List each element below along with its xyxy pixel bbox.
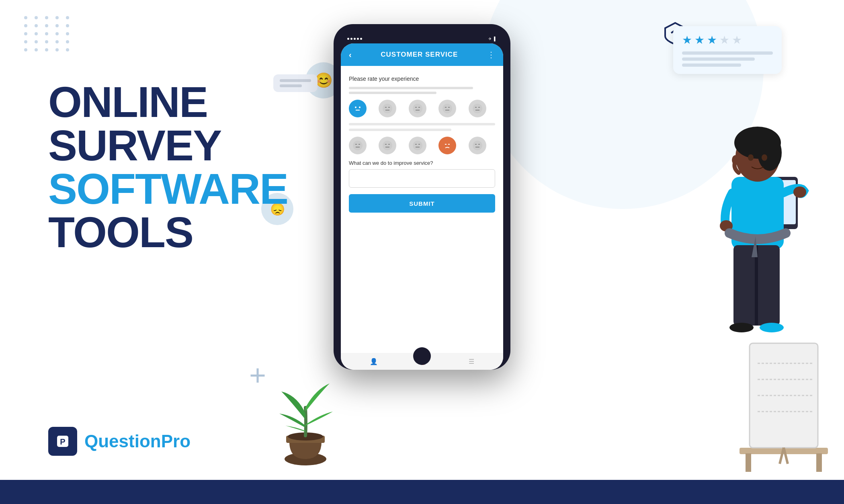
svg-point-7 bbox=[383, 104, 392, 113]
phone-mockup: ✈ ▌ ‹ CUSTOMER SERVICE ⋮ Please rate you… bbox=[334, 24, 510, 370]
svg-point-49 bbox=[762, 154, 767, 161]
hero-line1: ONLINE SURVEY bbox=[48, 80, 322, 167]
header-title: CUSTOMER SERVICE bbox=[356, 51, 482, 59]
emoji-4[interactable] bbox=[438, 100, 456, 117]
svg-point-15 bbox=[442, 104, 452, 113]
phone-content: Please rate your experience bbox=[341, 66, 503, 353]
separator-line-2 bbox=[349, 129, 451, 131]
plant-illustration bbox=[265, 351, 346, 472]
improve-service-input[interactable] bbox=[349, 169, 495, 188]
emoji-1-selected[interactable] bbox=[349, 100, 367, 117]
survey-line-2 bbox=[349, 92, 436, 94]
svg-point-23 bbox=[353, 141, 363, 150]
question2-text: What can we do to improve service? bbox=[349, 160, 495, 166]
svg-point-35 bbox=[442, 141, 452, 150]
emoji-r2-4-selected[interactable] bbox=[438, 137, 456, 154]
menu-icon[interactable]: ⋮ bbox=[487, 50, 495, 59]
emoji-3[interactable] bbox=[409, 100, 426, 117]
emoji-row-1 bbox=[349, 100, 495, 117]
svg-point-47 bbox=[758, 135, 782, 171]
svg-point-48 bbox=[748, 154, 754, 161]
decorative-dots bbox=[24, 16, 72, 51]
board-illustration bbox=[740, 311, 828, 472]
emoji-r2-3[interactable] bbox=[409, 137, 426, 154]
back-arrow-icon[interactable]: ‹ bbox=[349, 50, 352, 59]
emoji-r2-5[interactable] bbox=[469, 137, 486, 154]
hero-text: ONLINE SURVEY SOFTWARE TOOLS bbox=[48, 80, 322, 254]
emoji-2[interactable] bbox=[379, 100, 396, 117]
emoji-r2-1[interactable] bbox=[349, 137, 367, 154]
svg-text:P: P bbox=[60, 437, 65, 446]
phone-home-button[interactable] bbox=[413, 347, 431, 365]
signal-dots bbox=[347, 38, 362, 40]
logo-area: P QuestionPro bbox=[48, 427, 191, 456]
emoji-row-2 bbox=[349, 137, 495, 154]
phone-status-bar: ✈ ▌ bbox=[341, 34, 503, 43]
emoji-r2-2[interactable] bbox=[379, 137, 396, 154]
separator-line bbox=[349, 123, 495, 125]
bottom-icon-person: 👤 bbox=[370, 358, 378, 365]
svg-rect-58 bbox=[746, 453, 751, 472]
svg-point-31 bbox=[413, 141, 422, 150]
svg-point-51 bbox=[793, 186, 806, 198]
svg-point-27 bbox=[383, 141, 392, 150]
hero-line3: TOOLS bbox=[48, 211, 322, 254]
svg-rect-59 bbox=[816, 453, 822, 472]
question1-text: Please rate your experience bbox=[349, 76, 495, 82]
emoji-5[interactable] bbox=[469, 100, 486, 117]
logo-icon: P bbox=[48, 427, 77, 456]
plus-symbol: + bbox=[249, 359, 266, 391]
svg-point-38 bbox=[473, 141, 482, 150]
svg-point-4 bbox=[355, 107, 356, 108]
svg-point-5 bbox=[359, 107, 361, 108]
phone-header: ‹ CUSTOMER SERVICE ⋮ bbox=[341, 43, 503, 66]
submit-button[interactable]: SUBMIT bbox=[349, 194, 495, 213]
svg-point-19 bbox=[473, 104, 482, 113]
svg-point-3 bbox=[353, 104, 363, 113]
status-icons: ✈ ▌ bbox=[488, 37, 497, 41]
svg-point-11 bbox=[413, 104, 422, 113]
bottom-icon-lines: ☰ bbox=[469, 358, 474, 365]
logo-text: QuestionPro bbox=[84, 431, 191, 451]
survey-line-1 bbox=[349, 87, 473, 89]
bottom-bar bbox=[0, 480, 844, 504]
phone-screen: ‹ CUSTOMER SERVICE ⋮ Please rate your ex… bbox=[341, 43, 503, 370]
hero-line2: SOFTWARE bbox=[48, 167, 322, 211]
